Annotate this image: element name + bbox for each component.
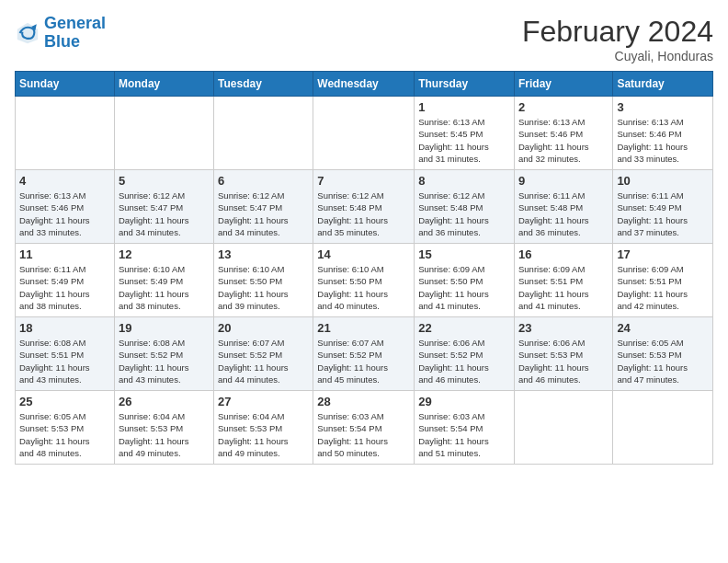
day-info: Sunrise: 6:13 AM Sunset: 5:46 PM Dayligh… xyxy=(617,116,709,165)
day-header-monday: Monday xyxy=(114,72,213,97)
day-info: Sunrise: 6:10 AM Sunset: 5:50 PM Dayligh… xyxy=(317,263,410,312)
calendar-cell: 14Sunrise: 6:10 AM Sunset: 5:50 PM Dayli… xyxy=(313,244,415,317)
day-number: 12 xyxy=(119,247,210,261)
day-number: 16 xyxy=(518,247,609,261)
calendar-cell: 29Sunrise: 6:03 AM Sunset: 5:54 PM Dayli… xyxy=(415,391,515,465)
calendar-cell: 11Sunrise: 6:11 AM Sunset: 5:49 PM Dayli… xyxy=(16,244,115,317)
day-number: 5 xyxy=(119,174,210,188)
logo: General Blue xyxy=(15,15,106,52)
day-number: 15 xyxy=(418,247,510,261)
calendar-cell: 23Sunrise: 6:06 AM Sunset: 5:53 PM Dayli… xyxy=(514,317,612,391)
calendar-cell: 8Sunrise: 6:12 AM Sunset: 5:48 PM Daylig… xyxy=(415,170,515,244)
day-number: 19 xyxy=(119,321,210,335)
day-number: 2 xyxy=(518,100,609,114)
calendar-cell: 24Sunrise: 6:05 AM Sunset: 5:53 PM Dayli… xyxy=(613,317,713,391)
logo-text: General Blue xyxy=(44,15,106,52)
day-number: 13 xyxy=(218,247,309,261)
day-number: 21 xyxy=(317,321,410,335)
calendar-cell xyxy=(214,97,313,170)
calendar-cell xyxy=(514,391,612,465)
day-number: 20 xyxy=(218,321,309,335)
day-number: 24 xyxy=(617,321,709,335)
calendar-cell: 12Sunrise: 6:10 AM Sunset: 5:49 PM Dayli… xyxy=(114,244,213,317)
calendar-cell: 7Sunrise: 6:12 AM Sunset: 5:48 PM Daylig… xyxy=(313,170,415,244)
day-number: 25 xyxy=(19,395,110,408)
calendar-body: 1Sunrise: 6:13 AM Sunset: 5:45 PM Daylig… xyxy=(16,97,713,465)
day-info: Sunrise: 6:12 AM Sunset: 5:48 PM Dayligh… xyxy=(317,190,410,238)
location-subtitle: Cuyali, Honduras xyxy=(522,49,713,63)
page-header: General Blue February 2024 Cuyali, Hondu… xyxy=(15,15,713,63)
day-number: 18 xyxy=(19,321,110,335)
calendar-header-row: SundayMondayTuesdayWednesdayThursdayFrid… xyxy=(16,72,713,97)
day-info: Sunrise: 6:11 AM Sunset: 5:49 PM Dayligh… xyxy=(617,190,709,238)
calendar-cell: 2Sunrise: 6:13 AM Sunset: 5:46 PM Daylig… xyxy=(514,97,612,170)
calendar-cell xyxy=(114,97,213,170)
calendar-week-row: 11Sunrise: 6:11 AM Sunset: 5:49 PM Dayli… xyxy=(16,244,713,317)
calendar-cell: 4Sunrise: 6:13 AM Sunset: 5:46 PM Daylig… xyxy=(16,170,115,244)
day-info: Sunrise: 6:05 AM Sunset: 5:53 PM Dayligh… xyxy=(617,337,709,385)
calendar-week-row: 25Sunrise: 6:05 AM Sunset: 5:53 PM Dayli… xyxy=(16,391,713,465)
day-header-friday: Friday xyxy=(514,72,612,97)
day-info: Sunrise: 6:08 AM Sunset: 5:51 PM Dayligh… xyxy=(19,337,110,385)
calendar-cell: 16Sunrise: 6:09 AM Sunset: 5:51 PM Dayli… xyxy=(514,244,612,317)
calendar-cell: 3Sunrise: 6:13 AM Sunset: 5:46 PM Daylig… xyxy=(613,97,713,170)
day-number: 26 xyxy=(119,395,210,408)
calendar-cell: 15Sunrise: 6:09 AM Sunset: 5:50 PM Dayli… xyxy=(415,244,515,317)
day-info: Sunrise: 6:05 AM Sunset: 5:53 PM Dayligh… xyxy=(19,410,110,459)
day-info: Sunrise: 6:13 AM Sunset: 5:46 PM Dayligh… xyxy=(19,190,110,238)
day-number: 28 xyxy=(317,395,410,408)
calendar-cell: 1Sunrise: 6:13 AM Sunset: 5:45 PM Daylig… xyxy=(415,97,515,170)
calendar-cell: 5Sunrise: 6:12 AM Sunset: 5:47 PM Daylig… xyxy=(114,170,213,244)
calendar-cell: 9Sunrise: 6:11 AM Sunset: 5:48 PM Daylig… xyxy=(514,170,612,244)
day-header-tuesday: Tuesday xyxy=(214,72,313,97)
calendar-cell: 13Sunrise: 6:10 AM Sunset: 5:50 PM Dayli… xyxy=(214,244,313,317)
calendar-cell: 28Sunrise: 6:03 AM Sunset: 5:54 PM Dayli… xyxy=(313,391,415,465)
day-info: Sunrise: 6:07 AM Sunset: 5:52 PM Dayligh… xyxy=(317,337,410,385)
day-info: Sunrise: 6:12 AM Sunset: 5:48 PM Dayligh… xyxy=(418,190,510,238)
month-title: February 2024 xyxy=(522,15,713,49)
day-info: Sunrise: 6:11 AM Sunset: 5:49 PM Dayligh… xyxy=(19,263,110,312)
day-header-wednesday: Wednesday xyxy=(313,72,415,97)
calendar-cell: 20Sunrise: 6:07 AM Sunset: 5:52 PM Dayli… xyxy=(214,317,313,391)
day-info: Sunrise: 6:11 AM Sunset: 5:48 PM Dayligh… xyxy=(518,190,609,238)
day-number: 29 xyxy=(418,395,510,408)
calendar-cell: 10Sunrise: 6:11 AM Sunset: 5:49 PM Dayli… xyxy=(613,170,713,244)
day-info: Sunrise: 6:09 AM Sunset: 5:50 PM Dayligh… xyxy=(418,263,510,312)
day-number: 1 xyxy=(418,100,510,114)
day-number: 11 xyxy=(19,247,110,261)
calendar-table: SundayMondayTuesdayWednesdayThursdayFrid… xyxy=(15,71,713,465)
day-number: 3 xyxy=(617,100,709,114)
calendar-cell: 26Sunrise: 6:04 AM Sunset: 5:53 PM Dayli… xyxy=(114,391,213,465)
calendar-cell: 21Sunrise: 6:07 AM Sunset: 5:52 PM Dayli… xyxy=(313,317,415,391)
day-info: Sunrise: 6:12 AM Sunset: 5:47 PM Dayligh… xyxy=(218,190,309,238)
calendar-week-row: 18Sunrise: 6:08 AM Sunset: 5:51 PM Dayli… xyxy=(16,317,713,391)
day-number: 17 xyxy=(617,247,709,261)
calendar-cell: 22Sunrise: 6:06 AM Sunset: 5:52 PM Dayli… xyxy=(415,317,515,391)
day-info: Sunrise: 6:13 AM Sunset: 5:46 PM Dayligh… xyxy=(518,116,609,165)
day-info: Sunrise: 6:13 AM Sunset: 5:45 PM Dayligh… xyxy=(418,116,510,165)
calendar-week-row: 1Sunrise: 6:13 AM Sunset: 5:45 PM Daylig… xyxy=(16,97,713,170)
logo-icon xyxy=(15,20,40,46)
day-info: Sunrise: 6:12 AM Sunset: 5:47 PM Dayligh… xyxy=(119,190,210,238)
day-number: 23 xyxy=(518,321,609,335)
calendar-cell xyxy=(313,97,415,170)
day-info: Sunrise: 6:10 AM Sunset: 5:50 PM Dayligh… xyxy=(218,263,309,312)
day-info: Sunrise: 6:03 AM Sunset: 5:54 PM Dayligh… xyxy=(317,410,410,459)
day-number: 22 xyxy=(418,321,510,335)
day-number: 27 xyxy=(218,395,309,408)
day-header-sunday: Sunday xyxy=(16,72,115,97)
day-header-thursday: Thursday xyxy=(415,72,515,97)
day-number: 8 xyxy=(418,174,510,188)
calendar-cell: 6Sunrise: 6:12 AM Sunset: 5:47 PM Daylig… xyxy=(214,170,313,244)
calendar-cell: 18Sunrise: 6:08 AM Sunset: 5:51 PM Dayli… xyxy=(16,317,115,391)
day-info: Sunrise: 6:06 AM Sunset: 5:52 PM Dayligh… xyxy=(418,337,510,385)
calendar-cell: 19Sunrise: 6:08 AM Sunset: 5:52 PM Dayli… xyxy=(114,317,213,391)
day-info: Sunrise: 6:07 AM Sunset: 5:52 PM Dayligh… xyxy=(218,337,309,385)
day-info: Sunrise: 6:04 AM Sunset: 5:53 PM Dayligh… xyxy=(218,410,309,459)
day-number: 9 xyxy=(518,174,609,188)
day-number: 6 xyxy=(218,174,309,188)
calendar-cell xyxy=(613,391,713,465)
calendar-cell: 25Sunrise: 6:05 AM Sunset: 5:53 PM Dayli… xyxy=(16,391,115,465)
calendar-cell: 17Sunrise: 6:09 AM Sunset: 5:51 PM Dayli… xyxy=(613,244,713,317)
day-info: Sunrise: 6:03 AM Sunset: 5:54 PM Dayligh… xyxy=(418,410,510,459)
